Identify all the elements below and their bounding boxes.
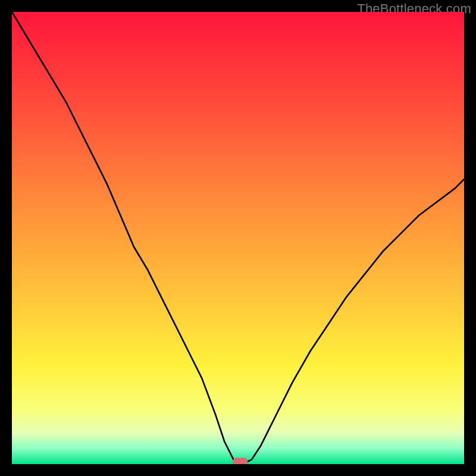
bottleneck-plot <box>12 12 464 464</box>
chart-frame: TheBottleneck.com <box>0 0 476 476</box>
minimum-marker <box>233 458 248 464</box>
